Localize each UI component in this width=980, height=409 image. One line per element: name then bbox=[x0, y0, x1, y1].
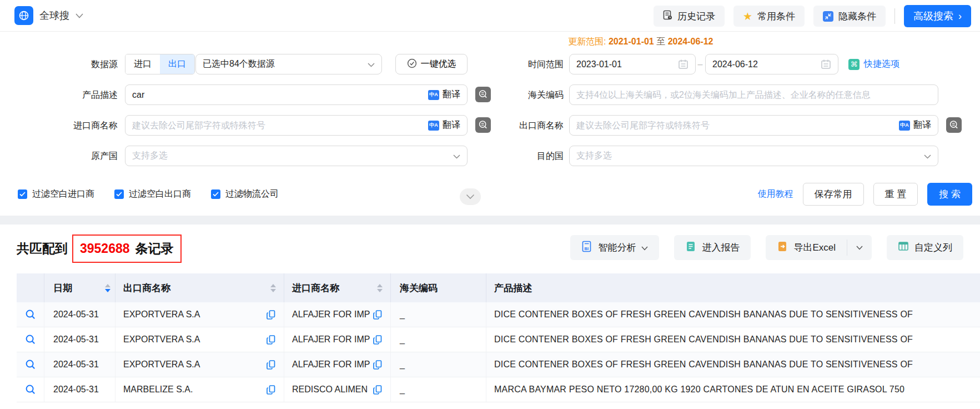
copy-icon[interactable] bbox=[266, 385, 276, 395]
checkbox-filter-blank-importer[interactable]: 过滤空白进口商 bbox=[18, 188, 94, 200]
quick-options-link[interactable]: ⌘ 快捷选项 bbox=[848, 54, 899, 74]
translate-button[interactable]: 中A 翻译 bbox=[899, 119, 931, 131]
cell-exporter: EXPORTVERA S.A bbox=[123, 360, 200, 370]
sort-control-importer[interactable] bbox=[377, 284, 383, 292]
save-favorite-button[interactable]: 保存常用 bbox=[803, 183, 864, 206]
section-divider bbox=[0, 216, 980, 225]
date-start-value: 2023-01-01 bbox=[576, 59, 622, 69]
header-exporter: 出口商名称 bbox=[115, 273, 284, 302]
excel-document-icon bbox=[777, 241, 788, 255]
customize-columns-button[interactable]: 自定义列 bbox=[887, 235, 963, 260]
count-annotation-box: 3952688 条记录 bbox=[72, 235, 182, 263]
copy-icon[interactable] bbox=[266, 335, 276, 345]
dest-country-placeholder: 支持多选 bbox=[576, 150, 612, 162]
hs-code-label: 海关编码 bbox=[0, 84, 564, 105]
bi-document-icon: BI bbox=[581, 241, 592, 255]
row-detail-search-icon[interactable] bbox=[25, 334, 36, 345]
header-product-label: 产品描述 bbox=[494, 282, 532, 295]
cell-importer: REDISCO ALIMEN bbox=[292, 385, 368, 395]
export-excel-label: 导出Excel bbox=[793, 241, 836, 254]
checked-checkbox-icon bbox=[114, 189, 124, 199]
export-excel-split-button: 导出Excel bbox=[766, 235, 872, 260]
checked-checkbox-icon bbox=[18, 189, 27, 199]
cell-importer: ALFAJER FOR IMP bbox=[292, 310, 370, 320]
history-button[interactable]: 历史记录 bbox=[654, 6, 725, 27]
date-start-field[interactable]: 2023-01-01 bbox=[569, 54, 696, 74]
results-actions: BI 智能分析 进入报告 导出Excel bbox=[570, 235, 963, 260]
exporter-name-input[interactable] bbox=[576, 121, 899, 131]
app-title: 全球搜 bbox=[39, 9, 69, 22]
copy-icon[interactable] bbox=[373, 360, 383, 370]
row-detail-search-icon[interactable] bbox=[25, 309, 36, 320]
export-excel-button[interactable]: 导出Excel bbox=[766, 235, 847, 260]
advanced-search-button[interactable]: 高级搜索 › bbox=[904, 5, 971, 27]
copy-icon[interactable] bbox=[266, 360, 276, 370]
match-summary: 共匹配到 3952688 条记录 bbox=[17, 235, 182, 263]
header-date: 日期 bbox=[44, 273, 115, 302]
cell-product: DICE CONTENER BOXES OF FRESH GREEN CAVEN… bbox=[486, 352, 980, 377]
date-end-field[interactable]: 2024-06-12 bbox=[705, 54, 838, 74]
table-header-row: 日期 出口商名称 进口商名称 海关编码 产品描述 bbox=[17, 273, 980, 302]
ai-analysis-button[interactable]: BI 智能分析 bbox=[570, 235, 659, 260]
hide-conditions-button[interactable]: 隐藏条件 bbox=[813, 6, 886, 27]
row-detail-search-icon[interactable] bbox=[25, 359, 36, 370]
update-range-label: 更新范围: bbox=[568, 37, 606, 46]
history-label: 历史记录 bbox=[677, 10, 715, 23]
date-end-value: 2024-06-12 bbox=[712, 59, 758, 69]
page: 全球搜 历史记录 ★ 常用条件 隐藏条件 bbox=[0, 0, 980, 409]
topbar: 全球搜 历史记录 ★ 常用条件 隐藏条件 bbox=[0, 0, 980, 32]
dest-country-select[interactable]: 支持多选 bbox=[569, 146, 938, 166]
quick-options-label: 快捷选项 bbox=[864, 58, 899, 70]
copy-icon[interactable] bbox=[266, 310, 276, 320]
ai-analysis-label: 智能分析 bbox=[598, 241, 636, 254]
update-range-note: 更新范围: 2021-01-01 至 2024-06-12 bbox=[568, 36, 713, 48]
sort-control-date[interactable] bbox=[105, 284, 110, 292]
cell-hs-code: _ bbox=[400, 335, 405, 345]
chevron-down-icon bbox=[76, 13, 83, 18]
copy-icon[interactable] bbox=[373, 335, 383, 345]
copy-icon[interactable] bbox=[373, 310, 383, 320]
summary-suffix: 条记录 bbox=[135, 240, 174, 257]
app-switcher[interactable]: 全球搜 bbox=[14, 6, 83, 25]
history-icon bbox=[663, 10, 672, 23]
copy-icon[interactable] bbox=[373, 385, 383, 395]
search-button[interactable]: 搜 索 bbox=[927, 183, 972, 206]
summary-prefix: 共匹配到 bbox=[17, 240, 68, 257]
cell-exporter: MARBELIZE S.A. bbox=[123, 385, 193, 395]
cell-date: 2024-05-31 bbox=[44, 302, 115, 327]
sort-control-exporter[interactable] bbox=[270, 284, 276, 292]
divider bbox=[894, 8, 895, 24]
export-options-chevron[interactable] bbox=[847, 235, 872, 260]
checked-checkbox-icon bbox=[211, 189, 220, 199]
collapse-form-button[interactable] bbox=[460, 188, 481, 205]
translate-label: 翻译 bbox=[913, 119, 931, 131]
header-hs-code: 海关编码 bbox=[391, 273, 486, 302]
dest-country-label: 目的国 bbox=[0, 146, 564, 166]
match-count: 3952688 bbox=[80, 241, 130, 256]
chevron-down-icon bbox=[641, 242, 648, 253]
table-row: 2024-05-31 EXPORTVERA S.A ALFAJER FOR IM… bbox=[17, 327, 980, 352]
chevron-right-icon: › bbox=[958, 11, 962, 21]
cell-exporter: EXPORTVERA S.A bbox=[123, 335, 200, 345]
cell-date: 2024-05-31 bbox=[44, 377, 115, 402]
row-detail-search-icon[interactable] bbox=[25, 384, 36, 395]
checkbox-filter-blank-exporter[interactable]: 过滤空白出口商 bbox=[114, 188, 191, 200]
fuzzy-search-toggle-button[interactable] bbox=[946, 117, 962, 133]
reset-button[interactable]: 重 置 bbox=[873, 183, 918, 206]
favorites-button[interactable]: ★ 常用条件 bbox=[733, 6, 805, 27]
globe-app-icon bbox=[14, 6, 33, 25]
update-range-to: 至 bbox=[656, 37, 665, 46]
tutorial-link[interactable]: 使用教程 bbox=[758, 188, 793, 200]
update-range-start: 2021-01-01 bbox=[609, 37, 654, 46]
exporter-name-field: 中A 翻译 bbox=[569, 115, 938, 136]
cell-hs-code: _ bbox=[400, 385, 405, 395]
chevron-down-icon bbox=[924, 151, 931, 161]
customize-columns-label: 自定义列 bbox=[914, 241, 952, 254]
checkbox-label: 过滤空白进口商 bbox=[32, 188, 94, 200]
svg-text:BI: BI bbox=[585, 246, 589, 251]
checkbox-filter-logistics[interactable]: 过滤物流公司 bbox=[211, 188, 279, 200]
translate-icon: 中A bbox=[899, 121, 910, 131]
table-row: 2024-05-31 EXPORTVERA S.A ALFAJER FOR IM… bbox=[17, 352, 980, 377]
enter-report-button[interactable]: 进入报告 bbox=[674, 235, 751, 260]
hs-code-input[interactable] bbox=[576, 90, 931, 100]
